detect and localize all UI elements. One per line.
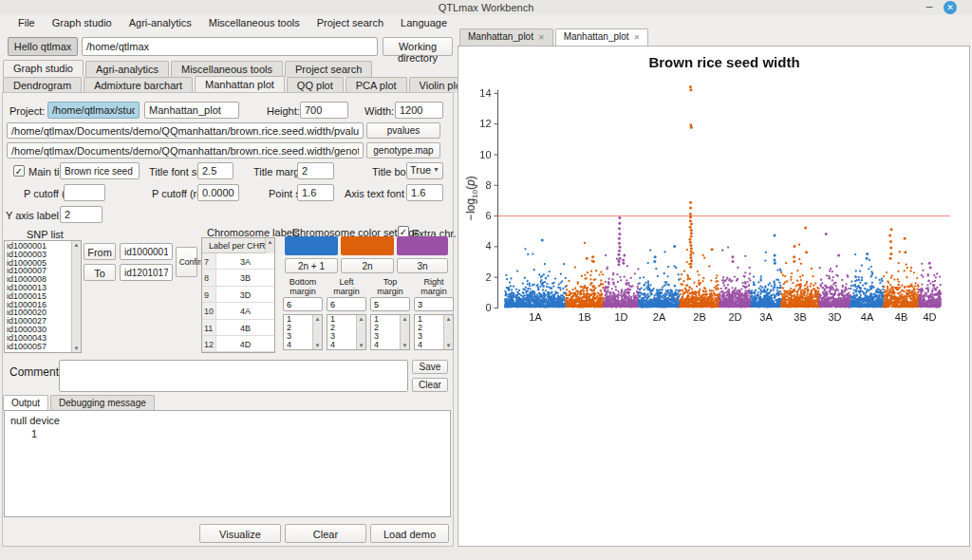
tab-agri-analytics[interactable]: Agri-analytics: [85, 61, 169, 77]
title-margin-input[interactable]: [297, 162, 334, 179]
point-size-input[interactable]: [297, 184, 334, 201]
main-title-input[interactable]: [60, 162, 140, 179]
project-name-input[interactable]: [144, 102, 239, 119]
tab-manhattan-plot[interactable]: Manhattan plot: [195, 76, 285, 93]
margin-scrollbar[interactable]: ▲▼: [443, 315, 453, 349]
scroll-up-icon[interactable]: ▲: [401, 316, 409, 322]
menu-project-search[interactable]: Project search: [308, 15, 392, 28]
ploidy-button-2n+1[interactable]: 2n + 1: [285, 258, 338, 273]
height-input[interactable]: [300, 102, 348, 119]
pvalues-path-input[interactable]: [7, 122, 364, 139]
viewer-tab[interactable]: Manhattan_plot✕: [459, 28, 553, 46]
manhattan-plot-canvas[interactable]: [458, 47, 969, 546]
visualize-button[interactable]: Visualize: [199, 524, 281, 543]
scroll-up-icon[interactable]: ▲: [313, 316, 322, 322]
main-title-checkbox[interactable]: ✓: [13, 165, 25, 177]
chromosome-labels-table[interactable]: Label per CHR. 73A83B93D104A114B124D ▲: [201, 237, 275, 353]
clear-button[interactable]: Clear: [285, 524, 366, 543]
chromosome-table-row[interactable]: 73A: [202, 253, 274, 270]
close-icon[interactable]: ✕: [944, 1, 957, 14]
color-swatch-2n[interactable]: [341, 236, 394, 255]
tab-graph-studio[interactable]: Graph studio: [3, 60, 84, 77]
margin-scrollbar[interactable]: ▲▼: [400, 315, 409, 349]
output-tab-output[interactable]: Output: [3, 395, 48, 410]
working-directory-input[interactable]: [82, 37, 378, 56]
tab-close-icon[interactable]: ✕: [538, 33, 545, 42]
p-cutoff-red-input[interactable]: [197, 184, 239, 201]
chromosome-table-row[interactable]: 124D: [202, 336, 274, 352]
project-dir-input[interactable]: [47, 102, 140, 119]
load-demo-button[interactable]: Load demo: [370, 524, 449, 543]
tab-qq-plot[interactable]: QQ plot: [287, 77, 344, 93]
p-cutoff-blue-input[interactable]: [64, 184, 105, 201]
scroll-up-icon[interactable]: ▲: [72, 242, 81, 248]
axis-text-font-size-input[interactable]: [406, 184, 443, 201]
margin-label: Rightmargin (cm): [414, 277, 454, 297]
margin-input-right[interactable]: [414, 297, 454, 311]
comment-save-button[interactable]: Save: [412, 360, 448, 374]
plot-y-axis-label: − log10(p): [464, 141, 479, 255]
snp-to-input[interactable]: [120, 264, 173, 281]
color-swatch-2n+1[interactable]: [285, 236, 338, 255]
menu-file[interactable]: File: [9, 15, 44, 28]
chromosome-table-row[interactable]: 114B: [202, 320, 274, 336]
pvalues-button[interactable]: pvalues: [366, 122, 440, 139]
snp-listbox[interactable]: id1000001id1000003id1000005id1000007id10…: [4, 240, 82, 353]
genotype-button[interactable]: genotype.map: [366, 142, 440, 159]
row-value: 3A: [216, 253, 274, 269]
snp-list-item[interactable]: id1000057: [5, 343, 81, 351]
scroll-down-icon[interactable]: ▼: [313, 343, 322, 348]
margin-scrollbar[interactable]: ▲▼: [356, 315, 365, 349]
margin-input-bottom[interactable]: [283, 297, 323, 311]
tab-pca-plot[interactable]: PCA plot: [346, 77, 407, 93]
comment-textarea[interactable]: [59, 360, 408, 392]
snp-scrollbar[interactable]: ▲▼: [71, 241, 81, 352]
scroll-up-icon[interactable]: ▲: [357, 316, 365, 322]
margin-input-left[interactable]: [327, 297, 366, 311]
snp-from-input[interactable]: [120, 243, 173, 260]
snp-to-button[interactable]: To: [84, 264, 116, 281]
tab-close-icon[interactable]: ✕: [634, 33, 641, 42]
genotype-path-input[interactable]: [7, 142, 364, 159]
margin-listbox[interactable]: 1234▲▼: [283, 314, 323, 350]
menu-miscellaneous-tools[interactable]: Miscellaneous tools: [200, 15, 308, 28]
snp-from-button[interactable]: From: [84, 243, 116, 260]
hello-button[interactable]: Hello qtlmax: [8, 37, 78, 56]
chromosome-table-row[interactable]: 83B: [202, 270, 274, 286]
y-axis-label-size-input[interactable]: [60, 206, 103, 223]
titlebar: QTLmax Workbench – ✕: [0, 0, 972, 15]
menu-graph-studio[interactable]: Graph studio: [44, 15, 121, 28]
margin-listbox[interactable]: 1234▲▼: [370, 314, 410, 350]
tab-project-search[interactable]: Project search: [285, 61, 372, 77]
tab-dendrogram[interactable]: Dendrogram: [3, 77, 82, 93]
output-tab-debugging-message[interactable]: Debugging message: [50, 395, 155, 410]
minimize-icon[interactable]: –: [923, 1, 936, 14]
scroll-up-icon[interactable]: ▲: [444, 316, 453, 322]
margin-input-top[interactable]: [370, 297, 410, 311]
viewer-tab[interactable]: Manhattan_plot✕: [555, 28, 649, 46]
scroll-up-icon[interactable]: ▲: [266, 239, 274, 245]
tab-miscellaneous-tools[interactable]: Miscellaneous tools: [171, 61, 283, 77]
scroll-down-icon[interactable]: ▼: [72, 345, 81, 351]
ploidy-button-2n[interactable]: 2n: [341, 258, 394, 273]
comment-clear-button[interactable]: Clear: [412, 378, 448, 392]
working-directory-button[interactable]: Working directory: [383, 37, 453, 56]
scroll-down-icon[interactable]: ▼: [401, 343, 409, 348]
color-swatch-3n[interactable]: [397, 236, 448, 255]
menu-language[interactable]: Language: [392, 15, 456, 28]
margin-scrollbar[interactable]: ▲▼: [312, 315, 322, 349]
ploidy-button-3n[interactable]: 3n: [397, 258, 448, 273]
tab-admixture-barchart[interactable]: Admixture barchart: [84, 77, 193, 93]
chromosome-table-scrollbar[interactable]: ▲: [265, 238, 274, 253]
margin-listbox[interactable]: 1234▲▼: [414, 314, 454, 350]
title-font-size-input[interactable]: [197, 162, 234, 179]
scroll-down-icon[interactable]: ▼: [357, 343, 365, 348]
chromosome-table-row[interactable]: 104A: [202, 303, 274, 319]
title-bold-select[interactable]: True▼: [406, 162, 443, 179]
chromosome-table-row[interactable]: 93D: [202, 287, 274, 303]
snp-confirm-button[interactable]: Confirm: [176, 247, 197, 277]
menu-agri-analytics[interactable]: Agri-analytics: [121, 15, 200, 28]
width-input[interactable]: [395, 102, 443, 119]
scroll-down-icon[interactable]: ▼: [444, 343, 453, 348]
margin-listbox[interactable]: 1234▲▼: [327, 314, 366, 350]
